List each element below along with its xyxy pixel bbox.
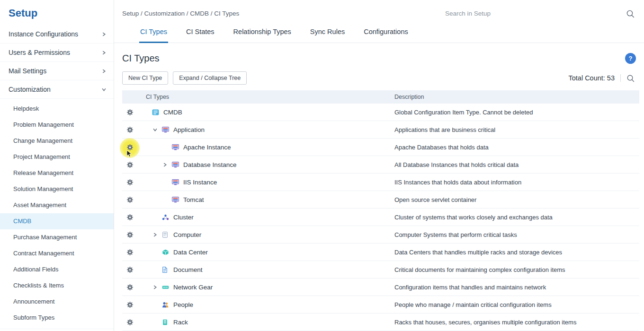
row-settings-button[interactable] xyxy=(122,144,137,151)
ci-type-description: Cluster of systems that works closely an… xyxy=(394,214,639,221)
sidebar-item-release-management[interactable]: Release Management xyxy=(0,165,114,181)
ci-type-name[interactable]: People xyxy=(173,301,193,308)
ci-type-name[interactable]: Network Gear xyxy=(173,284,213,291)
ci-type-name[interactable]: Application xyxy=(173,126,205,133)
table-row: ComputerComputer Systems that perform cr… xyxy=(122,226,639,244)
help-button[interactable]: ? xyxy=(625,53,636,64)
ci-type-cell: Computer xyxy=(122,231,394,238)
ci-type-name[interactable]: Computer xyxy=(173,231,201,238)
ci-type-description: Computer Systems that perform critical t… xyxy=(394,231,639,238)
expand-collapse-tree-button[interactable]: Expand / Collapse Tree xyxy=(173,71,247,85)
sidebar-item-problem-management[interactable]: Problem Management xyxy=(0,117,114,133)
sidebar-item-subform-types[interactable]: Subform Types xyxy=(0,310,114,326)
cmdb-type-icon xyxy=(152,109,160,115)
new-ci-type-button[interactable]: New CI Type xyxy=(122,71,168,85)
table-search-icon[interactable] xyxy=(626,74,635,82)
sidebar-item-cmdb[interactable]: CMDB xyxy=(0,213,114,229)
row-settings-button[interactable] xyxy=(122,319,137,326)
ci-type-cell: Apache Instance xyxy=(122,144,394,151)
ci-type-name[interactable]: Apache Instance xyxy=(183,144,231,151)
ci-type-cell: IIS Instance xyxy=(122,179,394,186)
sidebar-item-label: Users & Permissions xyxy=(9,49,70,56)
sidebar-item-mail-settings[interactable]: Mail Settings xyxy=(0,62,114,80)
tree-node: Application xyxy=(137,126,205,133)
toolbar: New CI Type Expand / Collapse Tree Total… xyxy=(114,68,644,90)
ci-type-name[interactable]: Data Center xyxy=(173,249,208,256)
document-type-icon xyxy=(162,266,170,273)
ci-type-name[interactable]: Cluster xyxy=(173,214,194,221)
ci-type-cell: Rack xyxy=(122,319,394,326)
gear-icon xyxy=(126,266,134,273)
table-header: CI Types Description xyxy=(122,90,639,104)
row-settings-button[interactable] xyxy=(122,231,137,238)
sidebar-item-additional-fields[interactable]: Additional Fields xyxy=(0,261,114,278)
ci-type-name[interactable]: CMDB xyxy=(163,109,182,116)
row-settings-button[interactable] xyxy=(122,249,137,256)
setup-search xyxy=(445,9,635,18)
sidebar-item-customization[interactable]: Customization xyxy=(0,80,114,99)
column-header-description: Description xyxy=(394,94,639,100)
sidebar-item-purchase-management[interactable]: Purchase Management xyxy=(0,229,114,245)
row-settings-button[interactable] xyxy=(122,214,137,221)
tab-configurations[interactable]: Configurations xyxy=(363,27,409,43)
setup-logo: Setup xyxy=(0,0,114,25)
ci-type-name[interactable]: Database Instance xyxy=(183,161,237,168)
ci-type-description: Open source servlet container xyxy=(394,196,639,203)
sidebar-item-announcement[interactable]: Announcement xyxy=(0,294,114,310)
row-settings-button[interactable] xyxy=(122,284,137,291)
tree-collapse-icon[interactable] xyxy=(153,128,162,132)
gear-icon xyxy=(126,319,134,326)
gear-icon xyxy=(126,249,134,256)
total-count: Total Count:53 xyxy=(568,74,615,82)
tree-expand-icon[interactable] xyxy=(153,233,162,237)
tab-relationship-types[interactable]: Relationship Types xyxy=(233,27,292,43)
gear-icon xyxy=(126,196,134,203)
tree-node: Database Instance xyxy=(137,161,237,168)
sidebar-item-change-management[interactable]: Change Management xyxy=(0,133,114,149)
row-settings-button[interactable] xyxy=(122,301,137,308)
table-row: RackRacks that houses, secures, organise… xyxy=(122,314,639,331)
data-center-type-icon xyxy=(162,249,170,255)
ci-type-description: Configuration items that handles and mai… xyxy=(394,284,639,291)
row-settings-button[interactable] xyxy=(122,109,137,116)
tree-expand-icon[interactable] xyxy=(153,285,162,289)
row-settings-button[interactable] xyxy=(122,266,137,273)
table-row: DocumentCritical documents for maintaini… xyxy=(122,261,639,279)
cluster-type-icon xyxy=(162,214,170,220)
sidebar-item-solution-management[interactable]: Solution Management xyxy=(0,181,114,197)
sidebar-item-helpdesk[interactable]: Helpdesk xyxy=(0,101,114,117)
ci-type-cell: Document xyxy=(122,266,394,273)
setup-search-input[interactable] xyxy=(445,10,616,17)
tab-ci-types[interactable]: CI Types xyxy=(139,27,168,43)
sidebar-item-users-permissions[interactable]: Users & Permissions xyxy=(0,44,114,62)
sidebar-item-project-management[interactable]: Project Management xyxy=(0,149,114,165)
ci-type-name[interactable]: Rack xyxy=(173,319,188,326)
tree-expand-icon[interactable] xyxy=(163,163,172,167)
sidebar-item-asset-management[interactable]: Asset Management xyxy=(0,197,114,213)
tree-node: Data Center xyxy=(137,249,208,256)
computer-type-icon xyxy=(162,231,170,238)
table-row: PeoplePeople who manage / maintain criti… xyxy=(122,296,639,314)
ci-type-description: Racks that houses, secures, organises mu… xyxy=(394,319,639,326)
search-icon[interactable] xyxy=(626,9,635,18)
column-header-ci-types: CI Types xyxy=(122,94,394,100)
sidebar-item-contract-management[interactable]: Contract Management xyxy=(0,245,114,261)
tab-ci-states[interactable]: CI States xyxy=(185,27,215,43)
row-settings-button[interactable] xyxy=(122,126,137,133)
ci-type-name[interactable]: Tomcat xyxy=(183,196,204,203)
sidebar-item-checklists-items[interactable]: Checklists & Items xyxy=(0,278,114,294)
table-row: ApplicationApplications that are busines… xyxy=(122,121,639,139)
sidebar-item-instance-configurations[interactable]: Instance Configurations xyxy=(0,25,114,44)
ci-type-description: Global Configuration Item Type. Cannot b… xyxy=(394,109,639,116)
gear-icon xyxy=(126,284,134,291)
ci-type-description: Critical documents for maintaining compl… xyxy=(394,266,639,273)
sidebar: Setup Instance ConfigurationsUsers & Per… xyxy=(0,0,114,331)
ci-type-name[interactable]: IIS Instance xyxy=(183,179,217,186)
ci-type-cell: People xyxy=(122,301,394,308)
topbar: Setup / Customization / CMDB / CI Types xyxy=(114,0,644,27)
row-settings-button[interactable] xyxy=(122,161,137,168)
tab-sync-rules[interactable]: Sync Rules xyxy=(309,27,346,43)
row-settings-button[interactable] xyxy=(122,179,137,186)
ci-type-name[interactable]: Document xyxy=(173,266,203,273)
row-settings-button[interactable] xyxy=(122,196,137,203)
